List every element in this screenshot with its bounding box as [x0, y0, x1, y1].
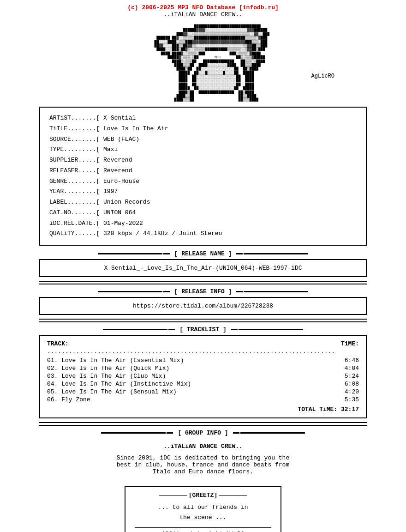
track-col-label: TRACK: — [47, 340, 69, 347]
source-row: SOURCE.......[ WEB (FLAC) — [49, 134, 357, 145]
bracket-left-4 — [167, 432, 173, 434]
genre-row: GENRE........[ Euro-House — [49, 176, 357, 187]
quality-label: QUALiTY......[ — [49, 230, 100, 237]
crew-name-header: ..iTALiAN DANCE CREW.. — [0, 11, 406, 18]
release-info-url-box: https://store.tidal.com/album/226728238 — [39, 297, 367, 315]
tracklist-col-headers: TRACK: TiME: — [47, 340, 359, 347]
bracket-left-3 — [168, 329, 175, 330]
artist-label: ARTiST.......[ — [49, 115, 100, 121]
label-value: Union Records — [103, 199, 150, 206]
label-label: LABEL........[ — [49, 199, 100, 206]
track-name: 01. Love Is In The Air (Essential Mix) — [47, 357, 184, 364]
right-line-release-name — [244, 253, 308, 254]
track-name: 06. Fly Zone — [47, 396, 90, 403]
quality-row: QUALiTY......[ 320 kbps / 44.1KHz / Join… — [49, 229, 357, 239]
right-line-tracklist — [239, 329, 303, 330]
catno-label: CAT.NO.......[ — [49, 209, 100, 216]
tracklist-section-label: [ TRACKLIST ] — [176, 326, 230, 333]
track-row: 05. Love Is In The Air (Sensual Mix)4:20 — [47, 388, 359, 395]
source-label: SOURCE.......[ — [49, 136, 100, 143]
group-description: Since 2001, iDC is dedicated to bringing… — [48, 454, 358, 475]
year-row: YEAR.........[ 1997 — [49, 187, 357, 197]
greetz-title: [GREETZ] — [187, 492, 219, 499]
greetz-line1: ... to all our friends in — [135, 502, 271, 513]
type-label: TYPE.........[ — [49, 146, 100, 153]
group-name: ..iTALiAN DANCE CREW.. — [48, 443, 358, 450]
artist-row: ARTiST.......[ X-Sential — [49, 113, 357, 124]
catno-value: UNION 064 — [103, 209, 136, 216]
title-row: TiTLE........[ Love Is In The Air — [49, 124, 357, 134]
track-name: 04. Love Is In The Air (Instinctive Mix) — [47, 381, 191, 387]
catno-row: CAT.NO.......[ UNION 064 — [49, 208, 357, 218]
tracklist-header: [ TRACKLIST ] — [39, 326, 367, 333]
supplier-value: Reverend — [103, 157, 132, 163]
track-row: 01. Love Is In The Air (Essential Mix)6:… — [47, 357, 359, 364]
release-name-box: X-Sential_-_Love_Is_In_The_Air-(UNION_06… — [39, 259, 367, 277]
artist-value: X-Sential — [103, 115, 136, 121]
left-line-group — [101, 432, 166, 434]
total-time-row: TOTAL TiME: 32:17 — [47, 406, 359, 413]
quality-value: 320 kbps / 44.1KHz / Joint Stereo — [103, 230, 222, 237]
total-label: TOTAL TiME: — [298, 406, 337, 413]
source-value: WEB (FLAC) — [103, 136, 139, 143]
reldate-row: iDC.REL.DATE.[ 01-May-2022 — [49, 218, 357, 229]
greetz-box: [GREETZ] ... to all our friends in the s… — [125, 486, 281, 532]
bracket-right-2 — [236, 291, 243, 292]
right-line-group — [240, 432, 305, 434]
genre-value: Euro-House — [103, 178, 139, 185]
time-col-label: TiME: — [341, 340, 359, 347]
year-label: YEAR.........[ — [49, 188, 100, 195]
bracket-right-4 — [233, 432, 239, 434]
title-value: Love Is In The Air — [103, 125, 168, 132]
divider-1 — [39, 281, 367, 284]
reldate-label: iDC.REL.DATE.[ — [49, 220, 100, 227]
track-name: 03. Love Is In The Air (Club Mix) — [47, 373, 166, 380]
track-time: 6:08 — [345, 381, 359, 387]
header-section: (c) 2006-2025 MP3 NFO Database [infodb.r… — [0, 0, 406, 18]
track-time: 4:04 — [345, 365, 359, 372]
left-line-release-name — [98, 253, 162, 254]
track-time: 4:20 — [345, 388, 359, 395]
title-label: TiTLE........[ — [49, 125, 100, 132]
bracket-left-2 — [163, 291, 170, 292]
track-time: 5:24 — [345, 373, 359, 380]
right-line-release-info — [244, 291, 308, 292]
main-content: ARTiST.......[ X-Sential TiTLE........[ … — [0, 107, 406, 532]
greetz-title-row: [GREETZ] — [135, 492, 271, 499]
group-info-box: ..iTALiAN DANCE CREW.. Since 2001, iDC i… — [39, 438, 367, 480]
label-row: LABEL........[ Union Records — [49, 197, 357, 208]
greetz-content: ... to all our friends in the scene ... — [135, 502, 271, 523]
track-row: 03. Love Is In The Air (Club Mix)5:24 — [47, 373, 359, 380]
group-info-section-label: [ GROUP INFO ] — [174, 429, 232, 436]
tracklist-rows: 01. Love Is In The Air (Essential Mix)6:… — [47, 357, 359, 403]
tracklist-dots: ........................................… — [47, 348, 359, 355]
track-time: 5:35 — [345, 396, 359, 403]
greetz-line2: the scene ... — [135, 513, 271, 523]
releaser-label: RELEASER.....[ — [49, 167, 100, 174]
genre-label: GENRE........[ — [49, 178, 100, 185]
track-row: 02. Love Is In The Air (Quick Mix)4:04 — [47, 365, 359, 372]
track-row: 04. Love Is In The Air (Instinctive Mix)… — [47, 381, 359, 387]
type-value: Maxi — [103, 146, 118, 153]
release-info-section-label: [ RELEASE INFO ] — [171, 288, 236, 295]
track-name: 05. Love Is In The Air (Sensual Mix) — [47, 388, 177, 395]
bracket-left-1 — [163, 253, 170, 254]
left-line-release-info — [98, 291, 162, 292]
reldate-value: 01-May-2022 — [103, 220, 143, 227]
release-info-url: https://store.tidal.com/album/226728238 — [133, 302, 273, 309]
release-info-box: ARTiST.......[ X-Sential TiTLE........[ … — [39, 107, 367, 246]
ascii-logo: ██████████████████████████████ ██████▓▓▓… — [137, 24, 269, 102]
supplier-label: SUPPLiER.....[ — [49, 157, 100, 163]
group-info-section-header: [ GROUP INFO ] — [39, 429, 367, 436]
copyright-text: (c) 2006-2025 MP3 NFO Database [infodb.r… — [0, 2, 406, 11]
bracket-right-3 — [231, 329, 238, 330]
release-info-header: [ RELEASE INFO ] — [39, 288, 367, 295]
releaser-value: Reverend — [103, 167, 132, 174]
aglicro-label: AgLicRO — [311, 73, 334, 79]
track-row: 06. Fly Zone5:35 — [47, 396, 359, 403]
track-name: 02. Love Is In The Air (Quick Mix) — [47, 365, 169, 372]
track-time: 6:46 — [345, 357, 359, 364]
release-fields: ARTiST.......[ X-Sential TiTLE........[ … — [49, 113, 357, 239]
total-time-value: 32:17 — [341, 406, 359, 413]
ascii-credit: ASCiiwork by AgLieN/cRO — [135, 527, 271, 532]
